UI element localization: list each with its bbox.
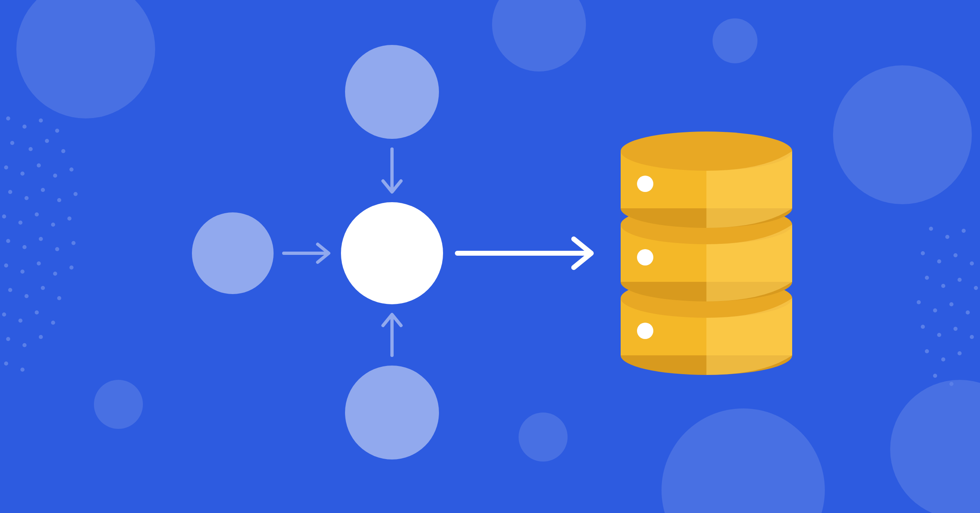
svg-point-45 [2, 312, 6, 317]
svg-point-59 [953, 253, 958, 257]
svg-point-10 [39, 118, 43, 123]
svg-point-14 [45, 139, 49, 143]
svg-point-56 [962, 229, 966, 233]
svg-point-4 [94, 380, 143, 429]
svg-point-18 [37, 163, 41, 167]
svg-point-42 [24, 294, 29, 298]
svg-point-53 [20, 368, 24, 372]
svg-point-5 [519, 413, 568, 462]
svg-point-25 [74, 192, 78, 196]
svg-point-31 [6, 239, 10, 243]
svg-point-20 [69, 167, 74, 172]
svg-point-37 [20, 270, 24, 274]
svg-point-21 [8, 190, 12, 194]
svg-point-11 [55, 129, 59, 133]
svg-point-65 [917, 300, 921, 304]
svg-point-48 [51, 321, 55, 325]
svg-point-60 [970, 261, 974, 265]
svg-point-75 [958, 351, 962, 355]
svg-point-16 [4, 165, 8, 170]
svg-point-68 [966, 310, 970, 314]
svg-point-63 [958, 278, 962, 282]
center-node [341, 202, 443, 304]
svg-point-64 [974, 286, 978, 290]
svg-point-66 [933, 308, 937, 312]
source-node-bottom [345, 366, 439, 459]
svg-point-35 [71, 241, 76, 245]
svg-point-41 [8, 288, 12, 292]
svg-point-73 [925, 349, 929, 353]
svg-point-30 [67, 216, 71, 221]
svg-point-89 [637, 249, 653, 265]
svg-point-29 [51, 223, 55, 227]
svg-point-49 [6, 337, 10, 341]
svg-point-69 [921, 325, 925, 329]
svg-point-55 [945, 235, 949, 239]
svg-point-70 [937, 333, 941, 337]
svg-point-72 [970, 335, 974, 339]
svg-point-12 [10, 141, 14, 145]
svg-point-22 [24, 196, 29, 200]
svg-point-26 [2, 214, 6, 219]
svg-point-36 [4, 263, 8, 268]
svg-point-32 [22, 245, 27, 249]
svg-point-51 [39, 335, 43, 339]
svg-point-93 [637, 176, 653, 192]
source-node-left [192, 212, 274, 294]
svg-point-46 [18, 319, 22, 323]
svg-point-9 [22, 125, 27, 129]
svg-point-24 [57, 198, 61, 202]
svg-point-43 [41, 286, 45, 290]
database-icon [621, 132, 792, 375]
svg-point-61 [925, 276, 929, 280]
svg-point-2 [713, 18, 757, 63]
svg-point-67 [949, 302, 953, 306]
svg-point-39 [53, 272, 57, 276]
svg-point-17 [20, 172, 24, 176]
svg-point-13 [29, 147, 33, 151]
svg-point-54 [929, 227, 933, 231]
source-node-top [345, 45, 439, 139]
svg-point-52 [4, 361, 8, 366]
svg-point-62 [941, 284, 945, 288]
svg-point-71 [953, 327, 958, 331]
svg-point-40 [69, 265, 74, 270]
svg-point-38 [37, 261, 41, 265]
svg-point-57 [921, 251, 925, 255]
svg-point-15 [61, 149, 65, 153]
svg-point-76 [933, 374, 937, 378]
svg-point-27 [18, 221, 22, 225]
diagram-canvas [0, 0, 980, 513]
svg-point-8 [6, 116, 10, 120]
svg-point-34 [55, 247, 59, 251]
svg-point-50 [22, 343, 27, 347]
svg-point-58 [937, 259, 941, 263]
svg-point-23 [41, 188, 45, 192]
svg-point-3 [833, 65, 972, 204]
svg-point-85 [637, 323, 653, 339]
database-layer-top [621, 132, 792, 228]
svg-point-47 [35, 310, 39, 314]
svg-point-44 [57, 296, 61, 300]
svg-point-19 [53, 174, 57, 178]
svg-point-33 [39, 237, 43, 241]
svg-point-77 [949, 382, 953, 386]
svg-point-74 [941, 357, 945, 361]
svg-point-28 [35, 212, 39, 216]
